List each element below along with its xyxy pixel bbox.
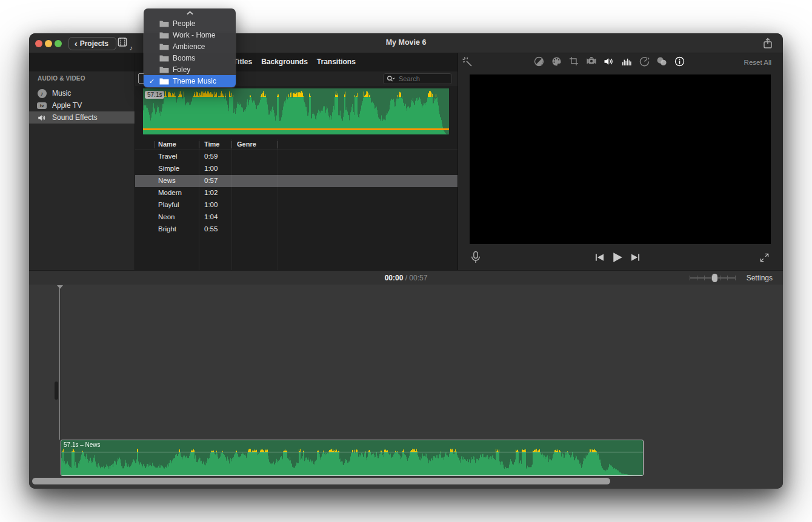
sidebar-item-sound-effects[interactable]: Sound Effects (29, 111, 135, 124)
current-time: 00:00 (385, 274, 404, 282)
table-body: Travel 0:59 Simple 1:00 News 0:57 Modern… (135, 151, 458, 236)
popup-item-theme-music[interactable]: ✓ Theme Music (144, 75, 236, 87)
stabilization-button[interactable] (586, 56, 597, 67)
sidebar-item-label: Apple TV (52, 101, 82, 110)
share-button[interactable] (762, 38, 774, 50)
timeline-toolbar: 00:00 / 00:57 Settings (29, 270, 783, 285)
popup-item-work-home[interactable]: Work - Home (144, 29, 236, 41)
folder-icon (159, 66, 169, 73)
clip-waveform (61, 440, 643, 475)
table-row-modern[interactable]: Modern 1:02 (135, 187, 458, 199)
play-button[interactable] (612, 252, 623, 263)
timeline[interactable]: 57.1s – News (29, 285, 783, 489)
preview-volume-line[interactable] (143, 128, 449, 130)
speed-button[interactable] (639, 56, 650, 67)
table-row-news[interactable]: News 0:57 (135, 175, 458, 187)
viewer-panel: Reset All (458, 53, 783, 270)
category-popup-menu: People Work - Home Ambience Booms Foley … (144, 8, 236, 88)
media-tabs: Titles Backgrounds Transitions (233, 58, 356, 66)
checkmark-icon: ✓ (149, 78, 159, 85)
info-icon (674, 56, 685, 67)
speaker-icon (37, 113, 47, 122)
column-time[interactable]: Time (204, 140, 219, 148)
transport-controls (595, 252, 640, 263)
clip-volume-line[interactable] (61, 452, 643, 452)
playhead-handle[interactable] (57, 285, 63, 289)
magic-wand-icon (462, 56, 474, 68)
apple-tv-icon: tv (37, 101, 47, 110)
color-balance-icon (534, 56, 544, 67)
info-button[interactable] (674, 56, 685, 67)
folder-icon (159, 43, 169, 50)
search-icon (387, 75, 395, 82)
color-correction-button[interactable] (551, 56, 562, 67)
folder-icon (159, 20, 169, 27)
equalizer-bars-icon (622, 57, 632, 66)
clip-label: 57.1s – News (64, 441, 101, 448)
enhance-button[interactable] (462, 56, 476, 71)
record-voiceover-button[interactable] (470, 251, 482, 265)
sidebar-item-label: Music (52, 89, 71, 97)
sidebar-item-apple-tv[interactable]: tv Apple TV (29, 99, 135, 111)
column-genre[interactable]: Genre (237, 140, 256, 148)
sidebar-item-music[interactable]: ♪ Music (29, 87, 135, 99)
sidebar: AUDIO & VIDEO ♪ Music tv Apple TV Sound … (29, 71, 135, 270)
overlapping-circles-icon (656, 56, 667, 67)
imovie-window: ‹ Projects ♪ My Movie 6 Titles Backgroun… (29, 33, 783, 489)
folder-icon (159, 55, 169, 62)
table-row-playful[interactable]: Playful 1:00 (135, 199, 458, 211)
volume-icon (604, 57, 614, 66)
expand-arrows-icon (760, 253, 769, 262)
color-filter-button[interactable] (656, 56, 667, 67)
media-browser: 57.1s Name Time Genre Travel 0:59 Simple… (135, 71, 458, 270)
playhead-line (59, 288, 60, 440)
tab-transitions[interactable]: Transitions (317, 58, 356, 66)
speedometer-icon (639, 56, 650, 67)
popup-scroll-up-icon[interactable] (144, 8, 236, 18)
viewer-toolbar (533, 56, 685, 67)
viewer-screen[interactable] (470, 74, 771, 244)
fullscreen-button[interactable] (760, 253, 770, 263)
total-time: 00:57 (409, 274, 427, 282)
table-row-neon[interactable]: Neon 1:04 (135, 211, 458, 223)
music-icon: ♪ (37, 88, 47, 98)
crop-button[interactable] (568, 56, 579, 67)
popup-item-ambience[interactable]: Ambience (144, 41, 236, 52)
sidebar-header: AUDIO & VIDEO (38, 75, 85, 82)
skip-forward-button[interactable] (631, 253, 640, 262)
search-field[interactable] (383, 73, 452, 84)
time-display: 00:00 / 00:57 (29, 274, 783, 282)
column-name[interactable]: Name (158, 140, 176, 148)
noise-reduction-button[interactable] (621, 56, 632, 67)
table-row-bright[interactable]: Bright 0:55 (135, 223, 458, 236)
color-balance-button[interactable] (533, 56, 544, 67)
volume-button[interactable] (604, 56, 614, 67)
tab-titles[interactable]: Titles (233, 58, 252, 66)
audio-clip[interactable]: 57.1s – News (61, 440, 644, 476)
popup-item-booms[interactable]: Booms (144, 52, 236, 64)
audio-preview[interactable]: 57.1s (143, 88, 449, 134)
window-title: My Movie 6 (29, 38, 783, 47)
share-icon (762, 38, 773, 49)
skip-back-button[interactable] (595, 253, 604, 262)
titlebar: ‹ Projects ♪ My Movie 6 (29, 33, 783, 53)
table-header: Name Time Genre (135, 139, 458, 150)
table-row-travel[interactable]: Travel 0:59 (135, 151, 458, 163)
color-correction-icon (551, 56, 562, 67)
camera-icon (586, 56, 597, 66)
popup-item-foley[interactable]: Foley (144, 64, 236, 75)
tab-backgrounds[interactable]: Backgrounds (261, 58, 308, 66)
preview-duration-badge: 57.1s (145, 91, 164, 99)
folder-icon (159, 31, 169, 39)
reset-all-button[interactable]: Reset All (744, 59, 771, 66)
settings-button[interactable]: Settings (747, 274, 773, 282)
search-input[interactable] (398, 74, 446, 83)
table-row-simple[interactable]: Simple 1:00 (135, 163, 458, 175)
timeline-marker (55, 382, 58, 400)
horizontal-scrollbar[interactable] (32, 478, 610, 484)
timeline-zoom-slider[interactable] (690, 273, 736, 283)
zoom-slider-thumb[interactable] (712, 274, 717, 282)
sidebar-item-label: Sound Effects (52, 113, 98, 122)
popup-item-people[interactable]: People (144, 18, 236, 29)
preview-waveform (143, 88, 449, 134)
